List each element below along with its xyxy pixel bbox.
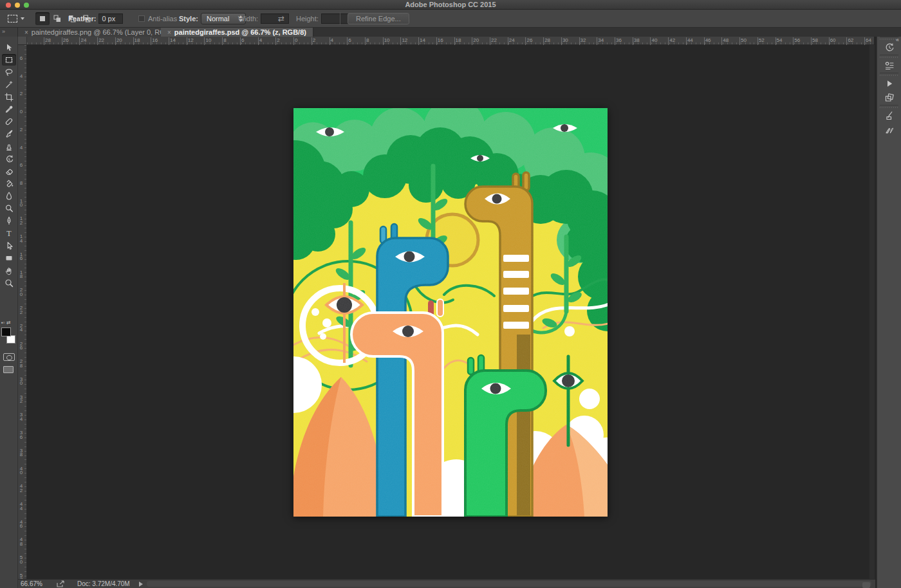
h-ruler-label: 22 bbox=[491, 37, 497, 43]
v-ruler-label: 0 bbox=[19, 110, 24, 115]
svg-text:T: T bbox=[6, 229, 12, 238]
tool-history-brush[interactable] bbox=[2, 153, 16, 165]
tool-dodge[interactable] bbox=[2, 203, 16, 214]
tool-rectangular-marquee[interactable] bbox=[2, 54, 16, 66]
h-ruler-label: 62 bbox=[848, 37, 853, 43]
vertical-ruler[interactable]: 642024681 01 21 41 61 82 02 22 42 62 83 … bbox=[18, 45, 27, 579]
v-ruler-label: 1 6 bbox=[19, 253, 24, 261]
v-ruler-label: 1 4 bbox=[19, 235, 24, 243]
h-ruler-label: 56 bbox=[794, 37, 800, 43]
horizontal-ruler[interactable]: 2826242220181614121086420246810121416182… bbox=[18, 37, 874, 45]
tab-close-icon[interactable]: × bbox=[167, 29, 171, 36]
v-ruler-label: 2 bbox=[19, 92, 24, 96]
status-menu-icon[interactable] bbox=[139, 582, 143, 587]
foreground-color-swatch[interactable] bbox=[1, 327, 11, 336]
width-input[interactable] bbox=[261, 14, 289, 24]
h-ruler-label: 40 bbox=[651, 37, 657, 43]
h-ruler-label: 12 bbox=[402, 37, 407, 43]
h-ruler-label: 18 bbox=[456, 37, 461, 43]
ruler-origin-corner[interactable] bbox=[18, 37, 27, 45]
brush-presets-panel-icon[interactable] bbox=[877, 109, 901, 123]
tool-move[interactable] bbox=[2, 42, 16, 53]
tool-spot-healing-brush[interactable] bbox=[2, 116, 16, 127]
panel-dock: « bbox=[877, 37, 901, 588]
horizontal-scrollbar[interactable] bbox=[147, 581, 871, 587]
h-ruler-label: 10 bbox=[384, 37, 390, 43]
window-title: Adobe Photoshop CC 2015 bbox=[0, 1, 901, 8]
new-selection-button[interactable] bbox=[35, 12, 50, 25]
feather-label: Feather: bbox=[68, 15, 96, 23]
tool-brush[interactable] bbox=[2, 128, 16, 140]
v-ruler-label: 4 4 bbox=[19, 502, 24, 511]
tool-zoom[interactable] bbox=[2, 277, 16, 289]
tool-eyedropper[interactable] bbox=[2, 104, 16, 115]
toolbar-collapse-icon[interactable]: » bbox=[0, 28, 18, 37]
quick-mask-button[interactable] bbox=[3, 353, 15, 361]
tool-rectangle-shape[interactable] bbox=[2, 252, 16, 264]
v-ruler-label: 4 0 bbox=[19, 467, 24, 475]
h-ruler-label: 44 bbox=[687, 37, 693, 43]
h-ruler-label: 34 bbox=[598, 37, 604, 43]
refine-edge-button[interactable]: Refine Edge... bbox=[348, 13, 409, 24]
tab-paintedgiraffes-psd[interactable]: × paintedgiraffes.psd @ 66.7% (z, RGB/8) bbox=[161, 28, 313, 37]
v-ruler-label: 5 0 bbox=[19, 556, 24, 564]
swap-dimensions-icon[interactable]: ⇄ bbox=[278, 10, 284, 27]
height-label: Height: bbox=[296, 15, 319, 23]
tool-pen[interactable] bbox=[2, 215, 16, 226]
tab-close-icon[interactable]: × bbox=[24, 29, 28, 36]
brush-settings-panel-icon[interactable] bbox=[877, 123, 901, 137]
tool-magic-wand[interactable] bbox=[2, 79, 16, 91]
v-ruler-label: 2 8 bbox=[19, 360, 24, 368]
tool-options-bar: Feather: Anti-alias Style: Normal Width:… bbox=[0, 10, 901, 28]
color-swatches bbox=[1, 327, 17, 349]
height-input[interactable] bbox=[321, 14, 349, 24]
tool-crop[interactable] bbox=[2, 91, 16, 103]
feather-input[interactable] bbox=[98, 14, 123, 24]
canvas-pasteboard[interactable] bbox=[27, 45, 870, 579]
photoshop-window: Adobe Photoshop CC 2015 Feather: Anti-al… bbox=[0, 0, 901, 588]
h-ruler-label: 38 bbox=[634, 37, 640, 43]
v-ruler-label: 3 2 bbox=[19, 396, 24, 404]
share-icon[interactable] bbox=[57, 580, 65, 588]
h-ruler-label: 8 bbox=[223, 37, 226, 43]
h-ruler-label: 54 bbox=[777, 37, 783, 43]
h-ruler-label: 32 bbox=[581, 37, 586, 43]
document-canvas[interactable] bbox=[293, 108, 608, 517]
width-label: Width: bbox=[238, 15, 258, 23]
expand-panels-icon[interactable]: « bbox=[896, 37, 899, 43]
add-to-selection-button[interactable] bbox=[50, 12, 64, 25]
v-ruler-label: 1 0 bbox=[19, 199, 24, 208]
tool-clone-stamp[interactable] bbox=[2, 141, 16, 152]
v-ruler-label: 2 6 bbox=[19, 342, 24, 351]
zoom-level-field[interactable]: 66.67% bbox=[21, 580, 42, 587]
h-ruler-label: 4 bbox=[259, 37, 262, 43]
tool-hand[interactable] bbox=[2, 265, 16, 277]
tool-type[interactable]: T bbox=[2, 227, 16, 239]
tool-eraser[interactable] bbox=[2, 165, 16, 177]
h-ruler-label: 10 bbox=[205, 37, 211, 43]
h-ruler-label: 16 bbox=[438, 37, 443, 43]
window-titlebar: Adobe Photoshop CC 2015 bbox=[0, 0, 901, 10]
h-ruler-label: 24 bbox=[509, 37, 515, 43]
h-ruler-label: 8 bbox=[366, 37, 369, 43]
giraffe-artwork bbox=[293, 108, 608, 517]
h-ruler-label: 20 bbox=[116, 37, 122, 43]
marquee-tool-icon bbox=[8, 15, 17, 23]
tool-blur[interactable] bbox=[2, 190, 16, 201]
tool-paint-bucket[interactable] bbox=[2, 178, 16, 189]
layer-comps-panel-icon[interactable] bbox=[877, 59, 901, 73]
tool-preset-picker[interactable] bbox=[8, 10, 37, 27]
vertical-scrollbar[interactable] bbox=[869, 45, 875, 579]
tool-lasso[interactable] bbox=[2, 66, 16, 78]
h-ruler-label: 14 bbox=[420, 37, 425, 43]
v-ruler-label: 8 bbox=[19, 181, 24, 186]
v-ruler-label: 1 2 bbox=[19, 217, 24, 225]
screen-mode-button[interactable] bbox=[3, 366, 14, 373]
actions-panel-icon[interactable] bbox=[877, 77, 901, 91]
v-ruler-label: 3 0 bbox=[19, 378, 24, 386]
swap-colors-icon[interactable]: ▪▫ ⇄ bbox=[1, 320, 17, 326]
anti-alias-checkbox[interactable] bbox=[138, 15, 145, 22]
tool-presets-panel-icon[interactable] bbox=[877, 91, 901, 105]
v-ruler-label: 2 bbox=[19, 128, 24, 133]
tool-path-selection[interactable] bbox=[2, 240, 16, 252]
